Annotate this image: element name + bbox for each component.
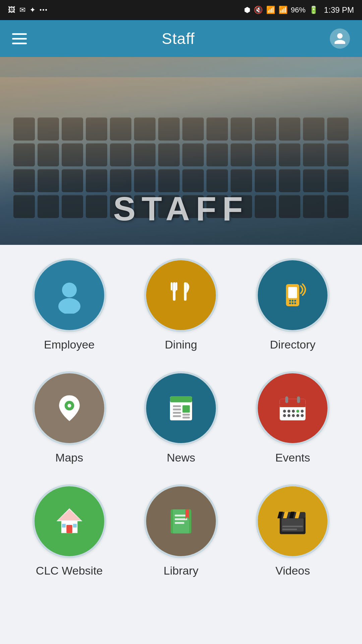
svg-rect-30 [297,396,300,403]
svg-point-31 [283,410,286,413]
svg-rect-18 [170,396,192,402]
profile-button[interactable] [330,29,350,49]
svg-rect-48 [175,515,187,517]
menu-item-videos[interactable]: Videos [244,484,342,577]
status-left-icons: 🖼 ✉ ✦ ••• [8,6,48,14]
svg-marker-43 [57,509,81,521]
status-bar: 🖼 ✉ ✦ ••• ⬢ 🔇 📶 📶 96% 🔋 1:39 PM [0,0,362,20]
dining-label: Dining [165,338,197,351]
menu-grid: Employee Dining [20,258,342,577]
svg-rect-4 [175,282,177,290]
svg-rect-22 [173,415,181,417]
svg-point-36 [283,414,286,417]
svg-rect-49 [175,518,187,520]
svg-point-33 [292,410,295,413]
employee-circle [33,258,106,332]
menu-item-maps[interactable]: Maps [20,371,118,464]
menu-item-library[interactable]: Library [132,484,230,577]
svg-rect-21 [173,412,181,414]
wifi-icon: 📶 [266,6,275,14]
svg-rect-19 [173,405,181,407]
mute-icon: 🔇 [254,6,263,14]
book-icon [163,503,199,540]
svg-point-1 [58,298,80,314]
mail-icon: ✉ [19,6,25,14]
svg-point-11 [294,300,296,302]
svg-point-39 [296,414,299,417]
svg-rect-5 [173,290,176,291]
videos-label: Videos [276,564,310,577]
hamburger-menu-button[interactable] [12,33,27,44]
app-bar-title: Staff [162,30,195,48]
svg-rect-45 [73,524,77,528]
hero-banner: STAFF [0,57,362,245]
clc-circle [33,484,106,558]
nav-icon: ✦ [29,6,36,14]
svg-rect-50 [175,522,184,524]
svg-point-10 [292,300,294,302]
employee-label: Employee [44,338,95,351]
news-label: News [167,451,195,464]
svg-point-35 [301,410,304,413]
svg-point-13 [292,302,294,304]
menu-item-clc[interactable]: CLC Website [20,484,118,577]
svg-point-16 [67,404,71,408]
directory-label: Directory [270,338,315,351]
battery-percent: 96% [291,6,306,14]
svg-point-14 [294,302,296,304]
svg-rect-60 [283,529,297,530]
svg-rect-44 [62,524,66,528]
maps-circle [33,371,106,445]
hands-overlay [0,77,362,184]
svg-rect-25 [182,417,190,419]
dining-icon [163,277,199,314]
maps-label: Maps [55,451,83,464]
menu-item-news[interactable]: News [132,371,230,464]
directory-circle [256,258,329,332]
photo-icon: 🖼 [8,6,15,14]
svg-rect-42 [66,525,72,533]
menu-item-employee[interactable]: Employee [20,258,118,351]
directory-icon [274,277,311,314]
svg-rect-20 [173,409,181,411]
clc-label: CLC Website [36,564,103,577]
main-content: Employee Dining [0,245,362,597]
svg-rect-24 [182,414,190,416]
events-circle [256,371,329,445]
signal-icon: 📶 [279,6,288,14]
events-label: Events [275,451,310,464]
news-icon [163,390,199,427]
menu-item-events[interactable]: Events [244,371,342,464]
svg-rect-8 [288,287,297,298]
library-circle [144,484,218,558]
svg-rect-23 [182,405,190,413]
svg-point-12 [289,302,291,304]
library-label: Library [164,564,198,577]
dots-icon: ••• [40,7,48,14]
dining-circle [144,258,218,332]
status-right-icons: ⬢ 🔇 📶 📶 96% 🔋 1:39 PM [244,5,354,15]
svg-rect-3 [171,282,173,290]
events-icon [274,390,311,427]
svg-rect-29 [285,396,288,403]
person-icon [333,32,347,45]
hero-text: STAFF [113,190,249,245]
videos-circle [256,484,329,558]
menu-item-dining[interactable]: Dining [132,258,230,351]
svg-point-40 [301,414,304,417]
news-circle [144,371,218,445]
battery-icon: 🔋 [309,6,318,14]
maps-icon [51,390,88,427]
app-bar: Staff [0,20,362,57]
svg-point-34 [296,410,299,413]
video-icon [274,503,311,540]
svg-point-32 [288,410,291,413]
svg-point-38 [292,414,295,417]
home-icon [51,503,88,540]
status-time: 1:39 PM [324,5,354,15]
svg-rect-6 [184,282,187,301]
svg-point-0 [62,283,77,298]
svg-rect-28 [280,404,306,407]
menu-item-directory[interactable]: Directory [244,258,342,351]
employee-icon [51,277,88,314]
